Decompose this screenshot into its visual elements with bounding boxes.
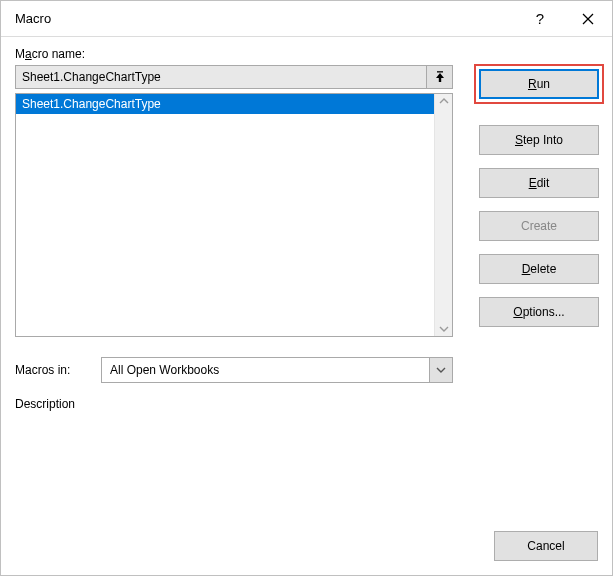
macro-dialog: Macro ? Macro name: Sheet1.ChangeChartTy… xyxy=(0,0,613,576)
macros-in-label: Macros in: xyxy=(15,363,93,377)
help-button[interactable]: ? xyxy=(516,1,564,37)
macros-in-dropdown-button[interactable] xyxy=(429,357,453,383)
chevron-up-icon xyxy=(439,98,449,104)
description-label: Description xyxy=(15,397,598,411)
macro-name-input[interactable] xyxy=(15,65,427,89)
run-button[interactable]: Run xyxy=(479,69,599,99)
macro-name-label: Macro name: xyxy=(15,47,598,61)
delete-button[interactable]: Delete xyxy=(479,254,599,284)
chevron-down-icon xyxy=(439,326,449,332)
edit-button[interactable]: Edit xyxy=(479,168,599,198)
close-icon xyxy=(582,13,594,25)
close-button[interactable] xyxy=(564,1,612,37)
list-item[interactable]: Sheet1.ChangeChartType xyxy=(16,94,434,114)
macros-in-select[interactable] xyxy=(101,357,453,383)
svg-rect-2 xyxy=(437,71,443,72)
chevron-down-icon xyxy=(436,367,446,373)
create-button: Create xyxy=(479,211,599,241)
macro-list[interactable]: Sheet1.ChangeChartType xyxy=(15,93,453,337)
scrollbar[interactable] xyxy=(434,94,452,336)
goto-macro-button[interactable] xyxy=(427,65,453,89)
dialog-title: Macro xyxy=(15,11,516,26)
arrow-up-icon xyxy=(434,71,446,83)
run-highlight: Run xyxy=(474,64,604,104)
cancel-button[interactable]: Cancel xyxy=(494,531,598,561)
dialog-body: Macro name: Sheet1.ChangeChartType Macro… xyxy=(15,47,598,561)
button-column: Run Step Into Edit Create Delete Options… xyxy=(479,69,599,327)
options-button[interactable]: Options... xyxy=(479,297,599,327)
titlebar: Macro ? xyxy=(1,1,612,37)
step-into-button[interactable]: Step Into xyxy=(479,125,599,155)
